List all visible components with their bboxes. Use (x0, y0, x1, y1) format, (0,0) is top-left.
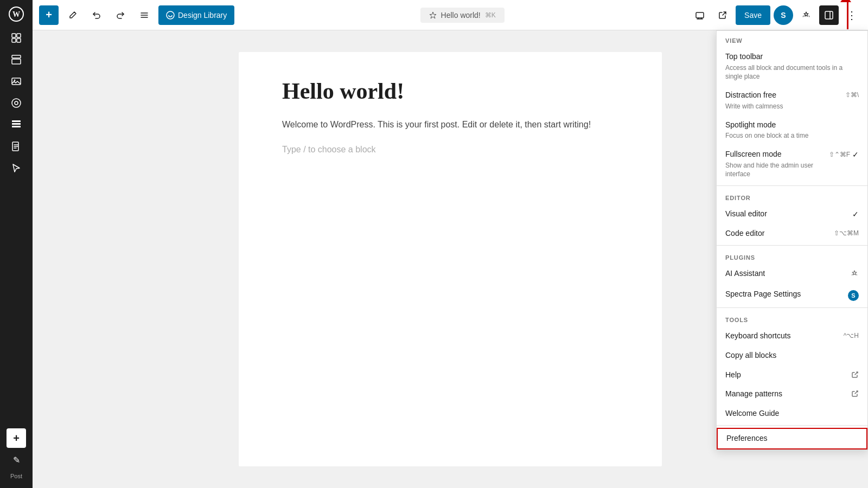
visual-editor-checkmark: ✓ (852, 210, 859, 219)
svg-rect-3 (17, 34, 21, 37)
more-menu-button[interactable]: ⋮ (842, 5, 861, 25)
top-toolbar-desc: Access all block and document tools in a… (725, 63, 859, 82)
document-icon[interactable] (7, 137, 26, 156)
keyboard-shortcuts-title: Keyboard shortcuts (725, 331, 839, 342)
design-library-button[interactable]: Design Library (158, 5, 234, 25)
svg-rect-7 (12, 59, 21, 64)
preferences-item[interactable]: Preferences (717, 428, 867, 450)
add-block-button[interactable]: + (39, 5, 59, 25)
settings-icon[interactable] (7, 93, 26, 113)
code-editor-item[interactable]: Code editor ⇧⌥⌘M (717, 224, 867, 243)
sidebar-bottom: + ✎ Post (7, 428, 26, 484)
topbar-right: Save S ⋮ (690, 5, 861, 25)
edit-mode-button[interactable] (63, 5, 82, 25)
layout-icon[interactable] (7, 115, 26, 134)
block-inserter-icon[interactable] (7, 28, 26, 48)
distraction-free-shortcut: ⇧⌘\ (845, 91, 859, 99)
plugins-section-label: PLUGINS (717, 248, 867, 264)
visual-editor-right: ✓ (852, 210, 859, 219)
external-link-button[interactable] (713, 5, 732, 25)
svg-point-16 (167, 11, 174, 19)
redo-button[interactable] (111, 5, 130, 25)
svg-rect-17 (696, 12, 704, 18)
preferences-title: Preferences (726, 433, 858, 444)
sidebar-add-button[interactable]: + (7, 428, 26, 448)
code-editor-shortcut: ⇧⌥⌘M (834, 229, 859, 237)
svg-rect-5 (17, 38, 21, 42)
fullscreen-checkmark: ✓ (852, 150, 859, 159)
divider-4 (717, 425, 867, 426)
topbar: + Desig (33, 0, 868, 30)
help-icon (851, 371, 859, 378)
editor-canvas[interactable]: Hello world! Welcome to WordPress. This … (239, 52, 662, 466)
undo-button[interactable] (87, 5, 106, 25)
divider-1 (717, 185, 867, 186)
svg-rect-13 (12, 123, 21, 125)
top-toolbar-title: Top toolbar (725, 52, 859, 62)
fullscreen-mode-right: ⇧⌃⌘F ✓ (829, 150, 859, 159)
preview-button[interactable] (690, 5, 710, 25)
code-editor-title: Code editor (725, 228, 829, 239)
svg-rect-18 (825, 11, 833, 19)
wp-logo-icon[interactable]: W (7, 4, 26, 24)
svg-rect-4 (12, 38, 16, 42)
welcome-guide-item[interactable]: Welcome Guide (717, 404, 867, 423)
fullscreen-mode-desc: Show and hide the admin user interface (725, 161, 825, 179)
fullscreen-mode-title: Fullscreen mode (725, 149, 825, 160)
svg-rect-12 (12, 120, 21, 122)
welcome-guide-title: Welcome Guide (725, 408, 859, 419)
copy-all-blocks-title: Copy all blocks (725, 350, 859, 361)
post-body: Welcome to WordPress. This is your first… (282, 117, 618, 132)
divider-2 (717, 245, 867, 246)
manage-patterns-title: Manage patterns (725, 389, 847, 400)
ai-assistant-icon (850, 269, 859, 280)
visual-editor-title: Visual editor (725, 209, 848, 220)
keyboard-shortcuts-shortcut: ^⌥H (844, 332, 859, 339)
svg-rect-14 (12, 126, 21, 127)
spectra-page-settings-item[interactable]: Spectra Page Settings S (717, 285, 867, 305)
sidebar-edit-icon[interactable]: ✎ (7, 450, 26, 470)
copy-all-blocks-item[interactable]: Copy all blocks (717, 346, 867, 365)
spotlight-mode-desc: Focus on one block at a time (725, 131, 859, 140)
editor-section-label: EDITOR (717, 188, 867, 204)
svg-rect-6 (12, 55, 21, 58)
distraction-free-item[interactable]: Distraction free Write with calmness ⇧⌘\ (717, 86, 867, 115)
block-icon[interactable] (7, 50, 26, 69)
distraction-free-title: Distraction free (725, 90, 841, 101)
document-title-area[interactable]: Hello world! ⌘K (420, 8, 505, 23)
spotlight-mode-item[interactable]: Spotlight mode Focus on one block at a t… (717, 115, 867, 145)
ai-assistant-item[interactable]: AI Assistant (717, 264, 867, 285)
divider-3 (717, 307, 867, 308)
spotlight-mode-title: Spotlight mode (725, 120, 859, 131)
sidebar-toggle-button[interactable] (819, 5, 839, 25)
keyboard-shortcuts-item[interactable]: Keyboard shortcuts ^⌥H (717, 326, 867, 346)
svg-rect-8 (12, 78, 21, 85)
view-section-label: VIEW (717, 31, 867, 47)
list-view-button[interactable] (135, 5, 154, 25)
ai-assistant-icon-btn[interactable] (796, 5, 816, 25)
fullscreen-mode-item[interactable]: Fullscreen mode Show and hide the admin … (717, 145, 867, 183)
help-title: Help (725, 370, 847, 381)
dropdown-menu: VIEW Top toolbar Access all block and do… (716, 30, 868, 450)
manage-patterns-icon (851, 390, 859, 397)
ai-assistant-title: AI Assistant (725, 268, 846, 279)
spectra-page-settings-icon: S (848, 290, 859, 301)
sidebar: W (0, 0, 33, 488)
svg-point-9 (14, 80, 16, 81)
svg-point-11 (15, 101, 18, 105)
save-button[interactable]: Save (736, 5, 770, 25)
sidebar-post-label: Post (10, 473, 22, 479)
cursor-icon[interactable] (7, 158, 26, 178)
top-toolbar-item[interactable]: Top toolbar Access all block and documen… (717, 47, 867, 86)
help-item[interactable]: Help (717, 365, 867, 385)
visual-editor-item[interactable]: Visual editor ✓ (717, 204, 867, 224)
document-title: Hello world! (441, 11, 481, 20)
distraction-free-desc: Write with calmness (725, 102, 841, 111)
svg-rect-2 (12, 34, 16, 37)
block-placeholder[interactable]: Type / to choose a block (282, 145, 618, 155)
manage-patterns-item[interactable]: Manage patterns (717, 384, 867, 404)
post-title: Hello world! (282, 78, 618, 104)
media-icon[interactable] (7, 72, 26, 91)
svg-text:W: W (12, 10, 20, 18)
spectra-icon[interactable]: S (774, 5, 793, 25)
